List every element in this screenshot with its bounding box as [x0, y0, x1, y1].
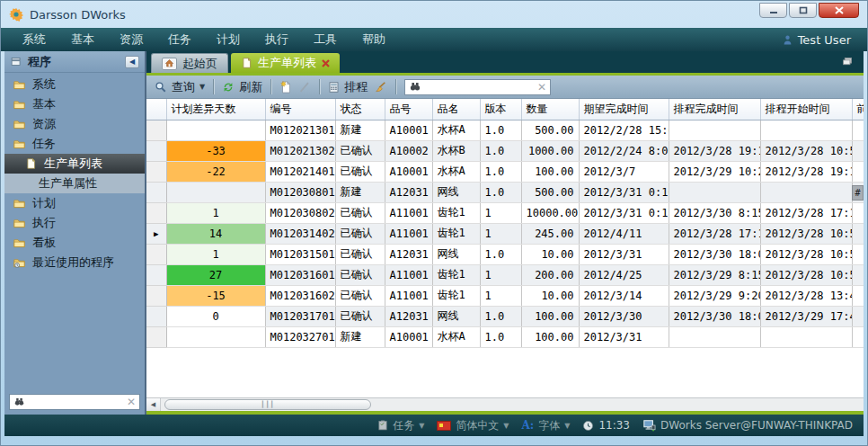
cell-version: 1.0	[480, 161, 521, 182]
cell-item_no: A12031	[385, 244, 432, 264]
folder-clock-icon	[13, 257, 26, 269]
minimize-button[interactable]	[759, 3, 787, 18]
menu-item[interactable]: 工具	[301, 31, 350, 48]
close-tab-icon[interactable]	[322, 59, 330, 67]
cell-version: 1.0	[480, 140, 521, 161]
query-button[interactable]: 查询 ▼	[155, 79, 205, 95]
column-header[interactable]: 版本	[480, 99, 521, 120]
cell-item_name: 水杯A	[432, 120, 480, 140]
column-header[interactable]: 排程开始时间	[760, 99, 852, 120]
folder-icon	[13, 119, 26, 130]
current-user[interactable]: Test User	[782, 33, 858, 47]
column-header[interactable]: 品号	[385, 99, 432, 120]
sidebar-collapse-icon[interactable]: ◀	[125, 56, 139, 68]
menu-item[interactable]: 任务	[155, 31, 204, 48]
row-selector[interactable]	[146, 120, 166, 140]
table-row[interactable]: 1M012030802已确认A11001齿轮1110000.002012/3/3…	[146, 202, 864, 223]
cell-version: 1	[480, 223, 521, 244]
row-selector[interactable]	[146, 202, 166, 223]
row-selector[interactable]	[146, 140, 166, 161]
task-menu[interactable]: 任务 ▼	[377, 418, 424, 433]
window-list-icon[interactable]	[841, 56, 855, 67]
cell-item_name: 网线	[432, 306, 480, 326]
menu-item[interactable]: 基本	[58, 31, 107, 48]
cell-qty: 10000.00	[521, 202, 579, 223]
language-label: 简体中文	[456, 418, 499, 433]
table-row[interactable]: 0M012031701已确认A12031网线1.0100.002012/3/30…	[146, 306, 864, 326]
row-selector[interactable]	[146, 306, 166, 326]
close-button[interactable]	[819, 3, 859, 18]
table-row[interactable]: -33M012021302已确认A10002水杯B1.01000.002012/…	[146, 140, 864, 161]
language-menu[interactable]: 简体中文 ▼	[437, 418, 509, 433]
row-selector[interactable]	[146, 285, 166, 306]
toolbar-separator	[270, 79, 271, 94]
menu-item[interactable]: 计划	[204, 31, 252, 48]
column-header[interactable]: 状态	[335, 99, 385, 120]
menu-item[interactable]: 系统	[10, 31, 58, 48]
cell-diff: -15	[166, 285, 265, 306]
menu-item[interactable]: 执行	[252, 31, 301, 48]
row-selector[interactable]	[146, 244, 166, 264]
query-label: 查询	[172, 79, 195, 95]
sidebar-item[interactable]: 任务	[4, 134, 145, 154]
cell-item_no: A12031	[385, 306, 432, 326]
table-row[interactable]: M012032701新建A10001水杯A1.0100.002012/3/31	[146, 326, 864, 347]
schedule-button[interactable]: 排程	[328, 79, 368, 95]
scroll-left-icon[interactable]: ◀	[146, 398, 161, 411]
sidebar-search-input[interactable]	[29, 396, 123, 408]
maximize-button[interactable]	[789, 3, 817, 18]
table-row[interactable]: ▶14M012031402已确认A11001齿轮11245.002012/4/1…	[146, 223, 864, 244]
tab-production-order-list[interactable]: 生产单列表	[231, 53, 340, 73]
column-header[interactable]: 品名	[432, 99, 480, 120]
cell-qty: 500.00	[521, 120, 579, 140]
clear-filter-icon[interactable]: ✕	[537, 82, 546, 93]
menu-item[interactable]: 资源	[107, 31, 155, 48]
sidebar-item[interactable]: 看板	[4, 233, 145, 253]
column-header[interactable]: 计划差异天数	[166, 99, 265, 120]
table-row[interactable]: -22M012021401已确认A10001水杯A1.0100.002012/3…	[146, 161, 864, 182]
cell-status: 已确认	[335, 244, 385, 264]
sidebar-item[interactable]: 执行	[4, 213, 145, 233]
selected-row-marker[interactable]: ▶	[146, 223, 166, 244]
clear-search-icon[interactable]: ✕	[127, 397, 136, 407]
sidebar-item[interactable]: 资源	[4, 114, 145, 134]
menu-item[interactable]: 帮助	[350, 31, 398, 48]
column-header[interactable]: 期望完成时间	[579, 99, 669, 120]
cell-code: M012021302	[265, 140, 335, 161]
cell-status: 新建	[335, 326, 385, 347]
new-order-button[interactable]	[279, 80, 292, 94]
grid-body: M012021301新建A10001水杯A1.0500.002012/2/28 …	[146, 120, 864, 347]
row-selector[interactable]	[146, 326, 166, 347]
row-selector[interactable]	[146, 182, 166, 202]
row-selector[interactable]	[146, 161, 166, 182]
font-menu[interactable]: A: 字体 ▼	[522, 418, 571, 433]
scrollbar-thumb[interactable]: ┃┃┃	[164, 399, 371, 410]
column-header[interactable]: 数量	[521, 99, 579, 120]
column-header[interactable]: 编号	[265, 99, 335, 120]
sidebar-item[interactable]: 生产单属性	[4, 174, 145, 193]
table-row[interactable]: 1M012031501已确认A12031网线1.010.002012/3/312…	[146, 244, 864, 264]
clear-schedule-button[interactable]	[374, 81, 387, 94]
horizontal-scrollbar[interactable]: ◀ ┃┃┃	[146, 397, 864, 411]
sidebar-item[interactable]: 生产单列表	[4, 154, 145, 174]
table-row[interactable]: M012030801新建A12031网线1.0500.002012/3/31 0…	[146, 182, 864, 202]
table-row[interactable]: M012021301新建A10001水杯A1.0500.002012/2/28 …	[146, 120, 864, 140]
toolbar-separator	[319, 79, 320, 94]
refresh-button[interactable]: 刷新	[222, 79, 262, 95]
column-header[interactable]: 排程完成时间	[669, 99, 760, 120]
cell-extra	[852, 161, 864, 182]
sidebar-item[interactable]: 基本	[4, 94, 145, 114]
filter-input[interactable]	[425, 81, 534, 94]
edit-button[interactable]	[298, 81, 311, 94]
cell-due: 2012/4/25	[579, 264, 669, 285]
table-row[interactable]: 27M012031601已确认A11001齿轮11200.002012/4/25…	[146, 264, 864, 285]
tab-start-page[interactable]: 起始页	[151, 53, 228, 73]
sidebar-item[interactable]: 计划	[4, 193, 145, 213]
row-selector[interactable]	[146, 264, 166, 285]
sidebar-item[interactable]: 最近使用的程序	[4, 253, 145, 272]
column-header[interactable]: 前	[852, 99, 864, 120]
table-row[interactable]: -15M012031602已确认A11001齿轮1110.002012/3/14…	[146, 285, 864, 306]
refresh-icon	[222, 81, 235, 94]
china-flag-icon	[437, 421, 451, 431]
sidebar-item[interactable]: 系统	[4, 75, 145, 94]
